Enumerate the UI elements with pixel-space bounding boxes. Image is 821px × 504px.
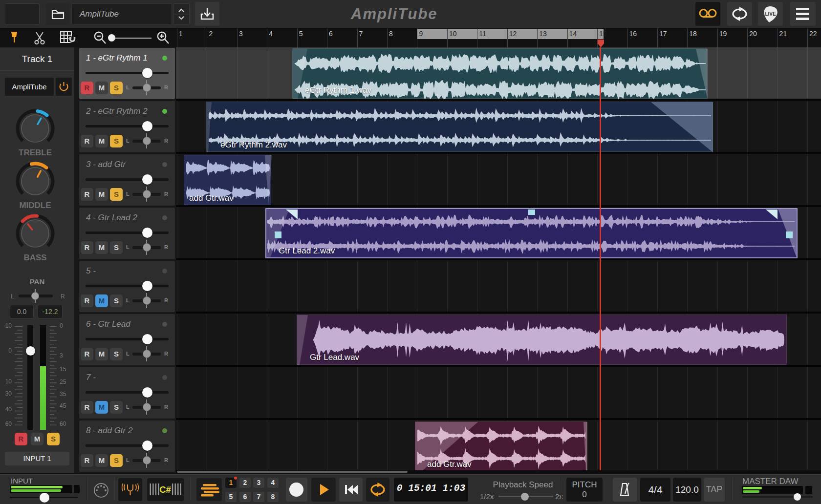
svg-text:C#: C# [159, 484, 171, 495]
svg-text:LIVE: LIVE [765, 11, 776, 17]
